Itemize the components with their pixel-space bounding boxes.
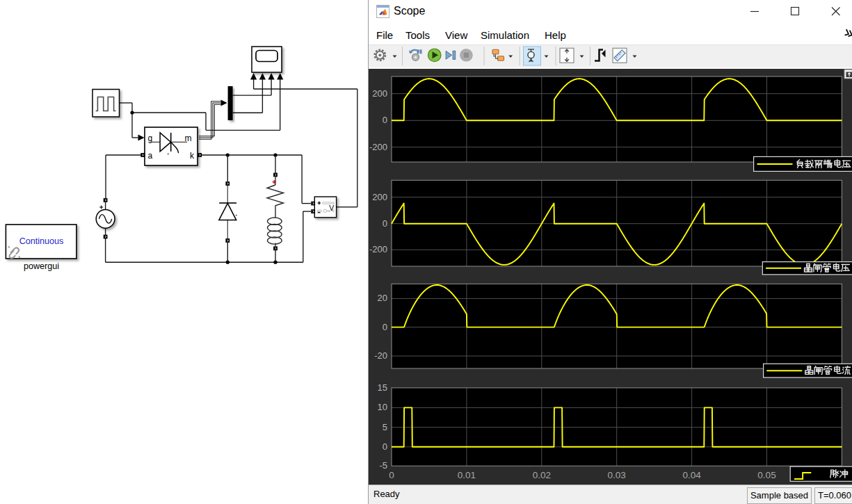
svg-text:a: a xyxy=(148,151,153,161)
svg-text:5: 5 xyxy=(383,422,387,432)
svg-text:powergui: powergui xyxy=(24,261,59,271)
svg-text:0: 0 xyxy=(383,322,387,332)
svg-text:0.02: 0.02 xyxy=(533,470,551,480)
svg-text:-5: -5 xyxy=(379,460,387,471)
svg-text:20: 20 xyxy=(378,293,387,303)
svg-text:200: 200 xyxy=(372,192,387,202)
svg-text:200: 200 xyxy=(372,88,387,99)
svg-text:k: k xyxy=(190,151,195,161)
svg-text:15: 15 xyxy=(378,382,387,393)
svg-text:Continuous: Continuous xyxy=(19,236,64,246)
svg-text:V: V xyxy=(329,204,334,212)
svg-text:-20: -20 xyxy=(374,350,387,361)
svg-text:0.04: 0.04 xyxy=(682,470,701,480)
svg-text:0: 0 xyxy=(383,441,387,452)
svg-text:0: 0 xyxy=(383,218,387,229)
svg-text:0: 0 xyxy=(389,470,394,480)
svg-text:0.05: 0.05 xyxy=(757,470,775,480)
svg-text:-200: -200 xyxy=(369,142,387,152)
svg-text:-200: -200 xyxy=(369,244,387,254)
svg-text:0.01: 0.01 xyxy=(458,470,476,480)
svg-text:0.03: 0.03 xyxy=(608,470,626,480)
svg-text:0: 0 xyxy=(383,115,387,125)
svg-text:g: g xyxy=(148,133,153,143)
svg-text:10: 10 xyxy=(378,402,387,412)
